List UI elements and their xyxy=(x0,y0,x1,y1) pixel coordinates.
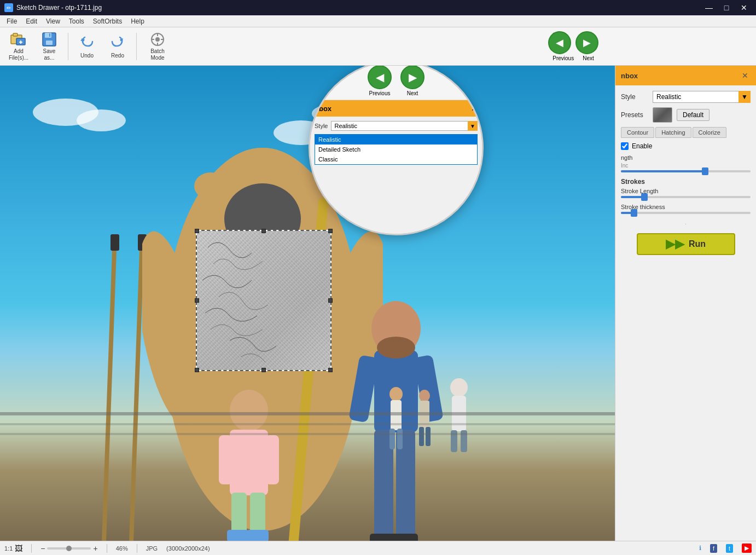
menu-softorbits[interactable]: SoftOrbits xyxy=(89,16,126,26)
mag-panel-header: nbox ✕ xyxy=(310,100,482,117)
undo-icon xyxy=(78,34,96,51)
twitter-icon[interactable]: t xyxy=(726,544,733,553)
batch-mode-button[interactable]: Batch Mode xyxy=(141,30,174,63)
panel-tabs: Contour Hatching Colorize xyxy=(621,127,751,138)
run-button[interactable]: ▶▶ Run xyxy=(637,233,735,255)
batch-mode-icon xyxy=(149,32,166,47)
svg-point-46 xyxy=(232,397,265,413)
menu-bar: File Edit View Tools SoftOrbits Help xyxy=(0,15,756,27)
undo-button[interactable]: Undo xyxy=(73,30,101,63)
zoom-minus[interactable]: − xyxy=(40,544,45,553)
canvas-area[interactable]: ◀ Previous ▶ Next nbox ✕ xyxy=(0,66,615,541)
right-panel: nbox ✕ Style Realistic ▼ Presets Defa xyxy=(615,66,756,541)
toolbar: Add File(s)... Save as... Undo xyxy=(0,27,756,66)
dot-separator: . xyxy=(621,219,751,226)
mag-panel-title: nbox xyxy=(315,105,332,113)
stroke-thickness-thumb[interactable] xyxy=(631,209,637,217)
mag-next-label: Next xyxy=(407,90,418,96)
window-title: Sketch Drawer - otp-1711.jpg xyxy=(16,4,102,11)
stroke-length-thumb[interactable] xyxy=(641,193,648,201)
svg-rect-45 xyxy=(247,530,269,541)
status-sep-3 xyxy=(137,544,137,553)
youtube-icon[interactable]: ▶ xyxy=(742,544,752,553)
handle-bm[interactable] xyxy=(261,368,266,372)
facebook-icon[interactable]: f xyxy=(710,544,717,553)
mag-style-label: Style xyxy=(315,123,328,129)
svg-point-55 xyxy=(450,378,468,397)
child-figure xyxy=(216,383,282,541)
mag-next-button[interactable]: ▶ xyxy=(400,66,424,89)
tab-contour[interactable]: Contour xyxy=(621,127,654,138)
panel-header: nbox ✕ xyxy=(615,66,756,85)
zoom-thumb xyxy=(66,546,72,551)
menu-help[interactable]: Help xyxy=(126,16,149,26)
status-bar: 1:1 🖼 − + 46% JPG (3000x2000x24) ℹ f t ▶ xyxy=(0,541,756,555)
length-slider-track[interactable] xyxy=(621,170,751,172)
main-area: ◀ Previous ▶ Next nbox ✕ xyxy=(0,66,756,541)
preset-default-button[interactable]: Default xyxy=(677,109,710,121)
info-icon[interactable]: ℹ xyxy=(699,545,701,552)
toolbar-sep-1 xyxy=(68,33,68,60)
mag-prev-button[interactable]: ◀ xyxy=(368,66,392,89)
sketch-preview-box[interactable] xyxy=(196,230,332,371)
run-icon: ▶▶ xyxy=(666,237,684,251)
handle-lm[interactable] xyxy=(195,298,199,303)
ratio-icon: 🖼 xyxy=(15,544,22,553)
stroke-length-slider[interactable] xyxy=(621,196,751,198)
enable-checkbox[interactable] xyxy=(621,142,629,150)
close-button[interactable]: ✕ xyxy=(736,0,752,15)
magnifier-panel: nbox ✕ Style Realistic ▼ xyxy=(310,100,482,234)
stroke-thickness-label: Stroke thickness xyxy=(621,204,751,210)
panel-title: nbox xyxy=(621,72,638,80)
handle-tl[interactable] xyxy=(195,229,199,233)
panel-content: Style Realistic ▼ Presets Default Con xyxy=(615,85,756,541)
title-bar: ✏ Sketch Drawer - otp-1711.jpg — □ ✕ xyxy=(0,0,756,15)
save-as-button[interactable]: Save as... xyxy=(35,30,63,63)
next-nav-button[interactable]: ▶ xyxy=(575,31,598,54)
stroke-thickness-section: Stroke thickness xyxy=(621,204,751,214)
menu-edit[interactable]: Edit xyxy=(21,16,42,26)
style-select[interactable]: Realistic xyxy=(653,91,751,103)
maximize-button[interactable]: □ xyxy=(719,0,734,15)
svg-rect-15 xyxy=(111,234,119,251)
stroke-thickness-slider[interactable] xyxy=(621,212,751,214)
svg-rect-59 xyxy=(0,412,615,415)
zoom-percent: 46% xyxy=(116,545,128,552)
handle-bl[interactable] xyxy=(195,368,199,372)
menu-file[interactable]: File xyxy=(2,16,21,26)
enable-label: Enable xyxy=(632,142,652,150)
mag-dd-detailed[interactable]: Detailed Sketch xyxy=(315,144,477,154)
file-dimensions: (3000x2000x24) xyxy=(166,545,210,552)
previous-nav-button[interactable]: ◀ xyxy=(548,31,571,54)
mag-dropdown: Realistic Detailed Sketch Classic xyxy=(315,134,478,165)
zoom-plus[interactable]: + xyxy=(93,544,97,553)
tab-hatching[interactable]: Hatching xyxy=(655,127,691,138)
sketch-inner xyxy=(197,231,330,370)
handle-tm[interactable] xyxy=(261,229,266,233)
mag-dd-realistic[interactable]: Realistic xyxy=(315,135,477,144)
mag-style-select[interactable]: Realistic xyxy=(331,121,478,131)
zoom-slider[interactable] xyxy=(47,547,91,550)
menu-tools[interactable]: Tools xyxy=(65,16,89,26)
magnifier-overlay: ◀ Previous ▶ Next nbox ✕ xyxy=(309,66,484,235)
add-files-button[interactable]: Add File(s)... xyxy=(4,30,33,63)
mag-panel-content: Style Realistic ▼ Realistic Detail xyxy=(310,117,482,169)
tab-colorize[interactable]: Colorize xyxy=(693,127,726,138)
window-controls: — □ ✕ xyxy=(701,0,752,15)
svg-point-23 xyxy=(194,172,227,200)
presets-row: Presets Default xyxy=(621,107,751,123)
panel-close-button[interactable]: ✕ xyxy=(740,70,751,81)
svg-rect-41 xyxy=(265,435,279,484)
minimize-button[interactable]: — xyxy=(701,0,717,15)
mag-close-button[interactable]: ✕ xyxy=(471,104,478,113)
svg-rect-28 xyxy=(197,231,330,370)
redo-button[interactable]: Redo xyxy=(103,30,132,63)
handle-rm[interactable] xyxy=(328,298,333,303)
presets-section: Presets Default xyxy=(621,107,751,123)
length-section: ngth Inc xyxy=(621,154,751,172)
menu-view[interactable]: View xyxy=(42,16,65,26)
length-slider-thumb[interactable] xyxy=(702,167,708,175)
mag-dd-classic[interactable]: Classic xyxy=(315,154,477,164)
presets-label: Presets xyxy=(621,111,648,119)
handle-br[interactable] xyxy=(328,368,333,372)
